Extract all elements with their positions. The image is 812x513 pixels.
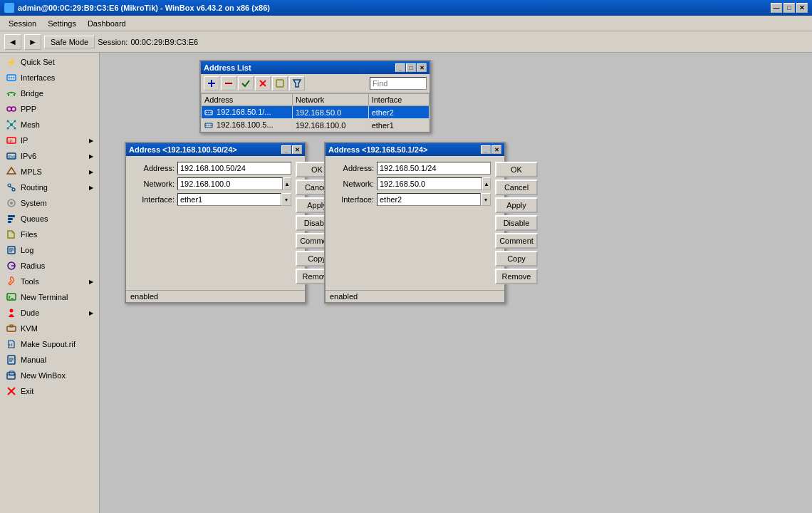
- sidebar-label-quick-set: Quick Set: [21, 58, 55, 66]
- kvm-icon: [6, 323, 17, 334]
- svg-rect-28: [8, 218, 13, 220]
- title-bar: admin@00:0C:29:B9:C3:E6 (MikroTik) - Win…: [0, 0, 812, 16]
- address-input-1[interactable]: [177, 162, 291, 175]
- network-spin-wrapper-1: ▲: [177, 177, 291, 190]
- manual-icon: [6, 354, 17, 366]
- apply-button-2[interactable]: Apply: [495, 197, 538, 213]
- col-network[interactable]: Network: [293, 94, 369, 106]
- forward-button[interactable]: ►: [24, 34, 41, 50]
- network-input-1[interactable]: [177, 177, 283, 190]
- interface-select-2[interactable]: [377, 193, 481, 206]
- minimize-button[interactable]: —: [771, 3, 782, 13]
- menu-settings[interactable]: Settings: [42, 18, 82, 29]
- table-row[interactable]: 192.168.100.5... 192.168.100.0 ether1: [202, 119, 430, 132]
- sidebar-item-mesh[interactable]: Mesh: [0, 117, 99, 133]
- svg-marker-21: [7, 167, 16, 174]
- row1-network: 192.168.50.0: [293, 106, 369, 119]
- sidebar-item-dude[interactable]: Dude: [0, 305, 99, 321]
- sidebar-item-system[interactable]: System: [0, 195, 99, 211]
- sidebar-label-log: Log: [21, 246, 33, 254]
- addr-detail-2-status: enabled: [326, 290, 504, 302]
- ok-button-2[interactable]: OK: [495, 162, 538, 177]
- sidebar-item-log[interactable]: Log: [0, 242, 99, 258]
- sidebar-item-make-supout[interactable]: rif Make Supout.rif: [0, 336, 99, 352]
- sidebar-item-manual[interactable]: Manual: [0, 352, 99, 368]
- sidebar-label-new-winbox: New WinBox: [21, 371, 66, 380]
- svg-point-7: [11, 107, 16, 111]
- menu-dashboard[interactable]: Dashboard: [82, 18, 132, 29]
- close-button[interactable]: ✕: [796, 3, 808, 13]
- menu-session[interactable]: Session: [3, 18, 42, 29]
- sidebar-label-tools: Tools: [21, 277, 39, 286]
- sidebar-item-new-terminal[interactable]: New Terminal: [0, 289, 99, 305]
- back-button[interactable]: ◄: [4, 34, 21, 50]
- addr-detail-1-minimize-btn[interactable]: _: [281, 145, 291, 154]
- address-input-2[interactable]: [377, 162, 491, 175]
- check-button[interactable]: [238, 76, 254, 90]
- interface-field-row-2: Interface: ▾: [331, 193, 491, 206]
- col-address[interactable]: Address: [202, 94, 293, 106]
- sidebar-item-ipv6[interactable]: IPv6 IPv6: [0, 148, 99, 164]
- addr-detail-1-content: Address: Network: ▲ Interface:: [126, 156, 305, 290]
- addr-detail-2-buttons: OK Cancel Apply Disable Comment Copy Rem…: [495, 162, 538, 284]
- title-bar-text: admin@00:0C:29:B9:C3:E6 (MikroTik) - Win…: [18, 4, 270, 12]
- sidebar-item-routing[interactable]: Routing: [0, 180, 99, 195]
- sidebar-item-mpls[interactable]: MPLS: [0, 164, 99, 180]
- svg-rect-27: [8, 215, 15, 217]
- addr-detail-1-close-btn[interactable]: ✕: [292, 145, 302, 154]
- find-input[interactable]: [370, 77, 427, 90]
- new-winbox-icon: [6, 370, 17, 381]
- maximize-button[interactable]: □: [784, 3, 795, 13]
- sidebar-item-exit[interactable]: Exit: [0, 383, 99, 399]
- sidebar-item-ip[interactable]: IP IP: [0, 133, 99, 148]
- network-spin-up-1[interactable]: ▲: [283, 177, 291, 190]
- sidebar-label-exit: Exit: [21, 387, 33, 395]
- sidebar-label-new-terminal: New Terminal: [21, 293, 68, 301]
- col-interface[interactable]: Interface: [368, 94, 429, 106]
- sidebar-item-kvm[interactable]: KVM: [0, 321, 99, 336]
- remove-button-2[interactable]: Remove: [495, 269, 538, 284]
- address-label-2: Address:: [331, 164, 374, 172]
- address-field-row-2: Address:: [331, 162, 491, 175]
- addr-list-close-btn[interactable]: ✕: [417, 63, 427, 72]
- addr-detail-2-title-bar[interactable]: Address <192.168.50.1/24> _ ✕: [326, 143, 504, 156]
- addr-list-minimize-btn[interactable]: _: [395, 63, 405, 72]
- settings-button[interactable]: [272, 76, 288, 90]
- cross-button[interactable]: [255, 76, 271, 90]
- disable-button-2[interactable]: Disable: [495, 215, 538, 231]
- add-button[interactable]: [204, 76, 219, 90]
- sidebar-item-tools[interactable]: Tools: [0, 274, 99, 289]
- sidebar-item-new-winbox[interactable]: New WinBox: [0, 368, 99, 383]
- cancel-button-2[interactable]: Cancel: [495, 180, 538, 195]
- sidebar-item-radius[interactable]: Radius: [0, 258, 99, 274]
- filter-button[interactable]: [289, 76, 305, 90]
- sidebar-item-ppp[interactable]: PPP: [0, 101, 99, 117]
- ip-icon: IP: [6, 135, 17, 146]
- interface-select-wrapper-1: ▾: [177, 193, 291, 206]
- network-input-2[interactable]: [377, 177, 482, 190]
- addr-list-maximize-btn[interactable]: □: [406, 63, 416, 72]
- interface-dropdown-2[interactable]: ▾: [481, 193, 491, 206]
- sidebar-item-interfaces[interactable]: Interfaces: [0, 70, 99, 86]
- addr-detail-2-minimize-btn[interactable]: _: [481, 145, 491, 154]
- addr-detail-1-title-bar[interactable]: Address <192.168.100.50/24> _ ✕: [126, 143, 305, 156]
- network-spin-up-2[interactable]: ▲: [482, 177, 491, 190]
- sidebar-item-files[interactable]: Files: [0, 227, 99, 242]
- session-id: 00:0C:29:B9:C3:E6: [130, 38, 198, 46]
- address-list-title-bar[interactable]: Address List _ □ ✕: [201, 61, 430, 74]
- addr-detail-2-close-btn[interactable]: ✕: [491, 145, 501, 154]
- copy-button-2[interactable]: Copy: [495, 251, 538, 266]
- sidebar-label-queues: Queues: [21, 214, 48, 223]
- session-label: Session:: [98, 38, 127, 46]
- interface-dropdown-1[interactable]: ▾: [281, 193, 291, 206]
- comment-button-2[interactable]: Comment: [495, 233, 538, 249]
- interface-select-1[interactable]: [177, 193, 281, 206]
- table-row[interactable]: 192.168.50.1/... 192.168.50.0 ether2: [202, 106, 430, 119]
- safe-mode-button[interactable]: Safe Mode: [44, 36, 95, 48]
- remove-button[interactable]: [221, 76, 236, 90]
- ppp-icon: [6, 103, 17, 115]
- sidebar-item-quick-set[interactable]: ⚡ Quick Set: [0, 54, 99, 70]
- sidebar-item-queues[interactable]: Queues: [0, 211, 99, 227]
- sidebar-item-bridge[interactable]: Bridge: [0, 86, 99, 101]
- log-icon: [6, 244, 17, 256]
